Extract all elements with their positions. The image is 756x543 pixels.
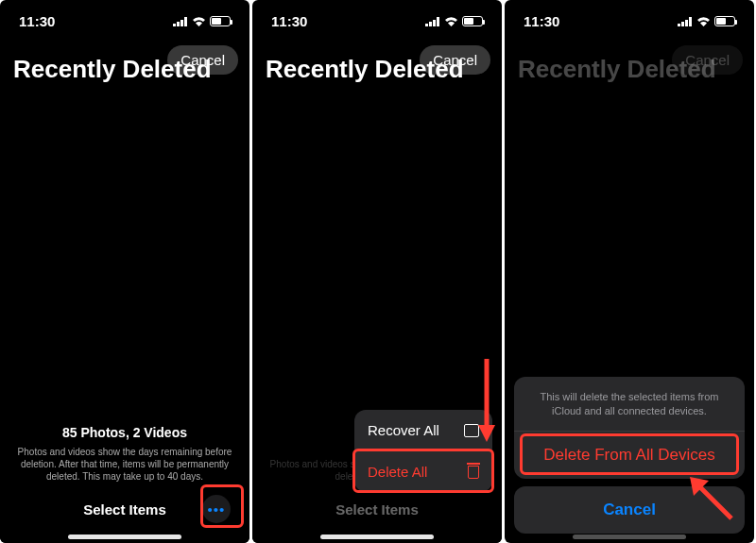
phone-screen-3: 11:30 Cancel Recently Deleted 29 days 29… — [505, 0, 754, 543]
wifi-icon — [696, 16, 711, 26]
action-menu: Recover All Delete All — [354, 410, 492, 492]
thumbnail-invitation[interactable]: Invitation From Unknown SenderYou have b… — [167, 159, 249, 244]
status-time: 11:30 — [524, 13, 559, 29]
thumbnail[interactable]: 29 days — [167, 329, 249, 414]
thumbnail[interactable]: 29 days — [0, 244, 82, 329]
thumbnail[interactable]: 29 days — [252, 244, 335, 329]
thumbnail[interactable]: 29 days — [336, 244, 419, 329]
signal-icon — [173, 16, 188, 26]
battery-icon — [714, 16, 735, 26]
page-title: Recently Deleted — [13, 55, 212, 84]
svg-line-2 — [699, 486, 731, 518]
signal-icon — [678, 16, 693, 26]
ellipsis-icon: ••• — [208, 501, 226, 518]
status-bar: 11:30 — [505, 0, 754, 42]
thumbnail[interactable]: 29 days — [0, 329, 82, 414]
summary-count: 85 Photos, 2 Videos — [13, 425, 236, 440]
thumbnail[interactable]: 29 days — [252, 74, 335, 159]
thumbnail[interactable]: 29 days — [84, 159, 166, 244]
svg-marker-1 — [478, 425, 495, 442]
page-title: Recently Deleted — [266, 55, 464, 84]
trash-icon — [468, 466, 479, 479]
phone-screen-2: 11:30 Cancel Recently Deleted 29 days 29… — [252, 0, 502, 543]
home-indicator[interactable] — [68, 535, 181, 539]
status-icons — [425, 16, 483, 26]
status-icons — [173, 16, 231, 26]
status-time: 11:30 — [271, 13, 307, 29]
thumbnail[interactable]: 29 days — [0, 159, 82, 244]
select-items-button[interactable]: Select Items — [335, 501, 419, 518]
thumbnail[interactable]: 29 days — [336, 159, 419, 244]
annotation-arrow — [682, 469, 739, 526]
phone-screen-1: 11:30 Cancel Recently Deleted 29 days 29… — [0, 0, 249, 543]
thumbnail[interactable]: 29 days — [420, 244, 502, 329]
thumbnail[interactable]: 29 days — [84, 329, 166, 414]
thumbnail-invitation[interactable]: Invitation From Unknown SenderYou have b… — [420, 159, 502, 244]
thumbnail[interactable]: 29 days — [252, 159, 335, 244]
page-title: Recently Deleted — [518, 55, 716, 84]
alert-message: This will delete the selected items from… — [514, 377, 745, 431]
status-bar: 11:30 — [252, 0, 502, 42]
thumbnail[interactable]: 29 days — [252, 329, 335, 414]
status-time: 11:30 — [19, 13, 55, 29]
signal-icon — [425, 16, 440, 26]
home-indicator[interactable] — [320, 535, 434, 539]
thumbnail[interactable]: 29 days — [336, 329, 419, 414]
annotation-arrow — [475, 359, 498, 444]
status-icons — [678, 16, 735, 26]
recover-all-button[interactable]: Recover All — [354, 410, 492, 450]
battery-icon — [210, 16, 231, 26]
status-bar: 11:30 — [0, 0, 249, 42]
wifi-icon — [444, 16, 458, 26]
footer: 85 Photos, 2 Videos Photos and videos sh… — [0, 416, 249, 543]
battery-icon — [462, 16, 483, 26]
thumbnail[interactable]: 29 days — [336, 74, 419, 159]
thumbnail[interactable]: 29 days — [84, 74, 166, 159]
thumbnail[interactable]: 29 days — [84, 244, 166, 329]
thumbnail[interactable]: 29 days — [0, 74, 82, 159]
home-indicator[interactable] — [573, 535, 686, 539]
select-items-button[interactable]: Select Items — [83, 501, 166, 518]
thumbnail[interactable]: 29 days — [167, 74, 249, 159]
wifi-icon — [192, 16, 206, 26]
more-options-button[interactable]: ••• — [202, 495, 231, 523]
thumbnail[interactable]: 29 days — [167, 244, 249, 329]
thumbnail[interactable]: 29 days — [420, 74, 502, 159]
delete-all-button[interactable]: Delete All — [354, 450, 492, 492]
deletion-note: Photos and videos show the days remainin… — [13, 446, 236, 483]
